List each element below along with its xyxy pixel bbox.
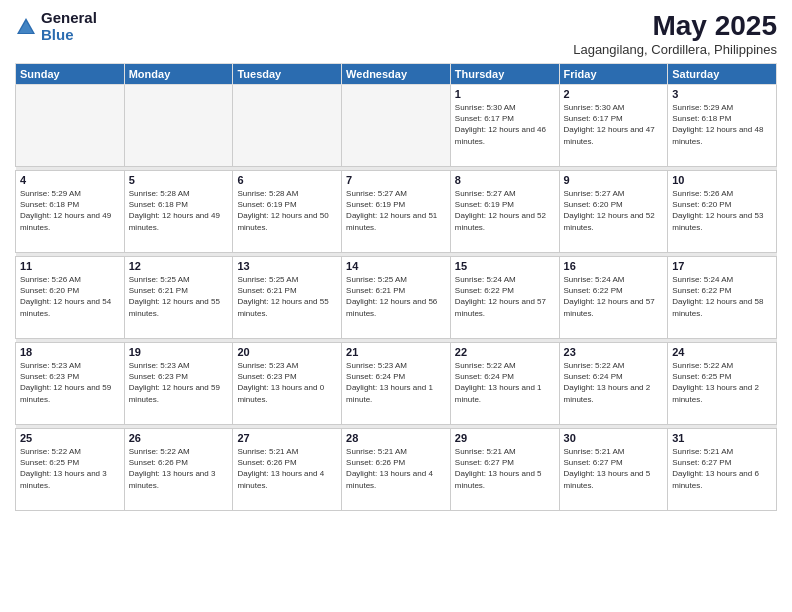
day-cell-4-5: 22Sunrise: 5:22 AMSunset: 6:24 PMDayligh… <box>450 343 559 425</box>
col-saturday: Saturday <box>668 64 777 85</box>
day-info: Sunrise: 5:22 AMSunset: 6:24 PMDaylight:… <box>455 360 555 405</box>
day-number: 22 <box>455 346 555 358</box>
day-number: 28 <box>346 432 446 444</box>
day-number: 14 <box>346 260 446 272</box>
day-number: 15 <box>455 260 555 272</box>
day-number: 26 <box>129 432 229 444</box>
day-info: Sunrise: 5:22 AMSunset: 6:25 PMDaylight:… <box>672 360 772 405</box>
day-cell-2-6: 9Sunrise: 5:27 AMSunset: 6:20 PMDaylight… <box>559 171 668 253</box>
day-info: Sunrise: 5:27 AMSunset: 6:19 PMDaylight:… <box>455 188 555 233</box>
day-info: Sunrise: 5:27 AMSunset: 6:20 PMDaylight:… <box>564 188 664 233</box>
day-cell-5-1: 25Sunrise: 5:22 AMSunset: 6:25 PMDayligh… <box>16 429 125 511</box>
day-info: Sunrise: 5:22 AMSunset: 6:25 PMDaylight:… <box>20 446 120 491</box>
day-cell-2-7: 10Sunrise: 5:26 AMSunset: 6:20 PMDayligh… <box>668 171 777 253</box>
day-info: Sunrise: 5:21 AMSunset: 6:27 PMDaylight:… <box>672 446 772 491</box>
day-cell-5-3: 27Sunrise: 5:21 AMSunset: 6:26 PMDayligh… <box>233 429 342 511</box>
day-number: 5 <box>129 174 229 186</box>
day-info: Sunrise: 5:25 AMSunset: 6:21 PMDaylight:… <box>346 274 446 319</box>
day-info: Sunrise: 5:28 AMSunset: 6:18 PMDaylight:… <box>129 188 229 233</box>
day-number: 2 <box>564 88 664 100</box>
calendar-header-row: Sunday Monday Tuesday Wednesday Thursday… <box>16 64 777 85</box>
day-number: 18 <box>20 346 120 358</box>
day-info: Sunrise: 5:21 AMSunset: 6:26 PMDaylight:… <box>237 446 337 491</box>
day-number: 13 <box>237 260 337 272</box>
day-info: Sunrise: 5:23 AMSunset: 6:23 PMDaylight:… <box>129 360 229 405</box>
page: General Blue May 2025 Lagangilang, Cordi… <box>0 0 792 612</box>
day-number: 25 <box>20 432 120 444</box>
title-block: May 2025 Lagangilang, Cordillera, Philip… <box>573 10 777 57</box>
day-cell-5-5: 29Sunrise: 5:21 AMSunset: 6:27 PMDayligh… <box>450 429 559 511</box>
logo-icon <box>15 16 37 38</box>
day-cell-2-4: 7Sunrise: 5:27 AMSunset: 6:19 PMDaylight… <box>342 171 451 253</box>
col-tuesday: Tuesday <box>233 64 342 85</box>
day-number: 19 <box>129 346 229 358</box>
day-info: Sunrise: 5:29 AMSunset: 6:18 PMDaylight:… <box>672 102 772 147</box>
day-cell-4-7: 24Sunrise: 5:22 AMSunset: 6:25 PMDayligh… <box>668 343 777 425</box>
week-row-2: 4Sunrise: 5:29 AMSunset: 6:18 PMDaylight… <box>16 171 777 253</box>
day-info: Sunrise: 5:23 AMSunset: 6:24 PMDaylight:… <box>346 360 446 405</box>
col-wednesday: Wednesday <box>342 64 451 85</box>
day-cell-2-3: 6Sunrise: 5:28 AMSunset: 6:19 PMDaylight… <box>233 171 342 253</box>
day-cell-4-6: 23Sunrise: 5:22 AMSunset: 6:24 PMDayligh… <box>559 343 668 425</box>
day-cell-2-2: 5Sunrise: 5:28 AMSunset: 6:18 PMDaylight… <box>124 171 233 253</box>
day-number: 8 <box>455 174 555 186</box>
week-row-1: 1Sunrise: 5:30 AMSunset: 6:17 PMDaylight… <box>16 85 777 167</box>
day-cell-3-6: 16Sunrise: 5:24 AMSunset: 6:22 PMDayligh… <box>559 257 668 339</box>
col-sunday: Sunday <box>16 64 125 85</box>
day-info: Sunrise: 5:24 AMSunset: 6:22 PMDaylight:… <box>564 274 664 319</box>
col-friday: Friday <box>559 64 668 85</box>
day-cell-2-5: 8Sunrise: 5:27 AMSunset: 6:19 PMDaylight… <box>450 171 559 253</box>
day-cell-1-7: 3Sunrise: 5:29 AMSunset: 6:18 PMDaylight… <box>668 85 777 167</box>
day-info: Sunrise: 5:22 AMSunset: 6:24 PMDaylight:… <box>564 360 664 405</box>
day-info: Sunrise: 5:30 AMSunset: 6:17 PMDaylight:… <box>564 102 664 147</box>
day-cell-1-6: 2Sunrise: 5:30 AMSunset: 6:17 PMDaylight… <box>559 85 668 167</box>
day-cell-1-1 <box>16 85 125 167</box>
day-number: 29 <box>455 432 555 444</box>
day-number: 17 <box>672 260 772 272</box>
day-cell-5-6: 30Sunrise: 5:21 AMSunset: 6:27 PMDayligh… <box>559 429 668 511</box>
calendar-table: Sunday Monday Tuesday Wednesday Thursday… <box>15 63 777 511</box>
day-info: Sunrise: 5:26 AMSunset: 6:20 PMDaylight:… <box>672 188 772 233</box>
day-cell-5-7: 31Sunrise: 5:21 AMSunset: 6:27 PMDayligh… <box>668 429 777 511</box>
day-info: Sunrise: 5:23 AMSunset: 6:23 PMDaylight:… <box>20 360 120 405</box>
day-info: Sunrise: 5:30 AMSunset: 6:17 PMDaylight:… <box>455 102 555 147</box>
day-cell-3-2: 12Sunrise: 5:25 AMSunset: 6:21 PMDayligh… <box>124 257 233 339</box>
day-info: Sunrise: 5:21 AMSunset: 6:27 PMDaylight:… <box>455 446 555 491</box>
day-number: 27 <box>237 432 337 444</box>
week-row-3: 11Sunrise: 5:26 AMSunset: 6:20 PMDayligh… <box>16 257 777 339</box>
day-number: 4 <box>20 174 120 186</box>
location: Lagangilang, Cordillera, Philippines <box>573 42 777 57</box>
day-info: Sunrise: 5:22 AMSunset: 6:26 PMDaylight:… <box>129 446 229 491</box>
day-cell-1-5: 1Sunrise: 5:30 AMSunset: 6:17 PMDaylight… <box>450 85 559 167</box>
day-cell-5-2: 26Sunrise: 5:22 AMSunset: 6:26 PMDayligh… <box>124 429 233 511</box>
day-cell-3-5: 15Sunrise: 5:24 AMSunset: 6:22 PMDayligh… <box>450 257 559 339</box>
day-cell-5-4: 28Sunrise: 5:21 AMSunset: 6:26 PMDayligh… <box>342 429 451 511</box>
day-number: 31 <box>672 432 772 444</box>
day-cell-3-3: 13Sunrise: 5:25 AMSunset: 6:21 PMDayligh… <box>233 257 342 339</box>
header: General Blue May 2025 Lagangilang, Cordi… <box>15 10 777 57</box>
day-info: Sunrise: 5:21 AMSunset: 6:26 PMDaylight:… <box>346 446 446 491</box>
day-cell-1-4 <box>342 85 451 167</box>
day-cell-2-1: 4Sunrise: 5:29 AMSunset: 6:18 PMDaylight… <box>16 171 125 253</box>
day-number: 30 <box>564 432 664 444</box>
day-number: 7 <box>346 174 446 186</box>
day-info: Sunrise: 5:26 AMSunset: 6:20 PMDaylight:… <box>20 274 120 319</box>
day-number: 11 <box>20 260 120 272</box>
col-monday: Monday <box>124 64 233 85</box>
day-info: Sunrise: 5:21 AMSunset: 6:27 PMDaylight:… <box>564 446 664 491</box>
day-cell-1-2 <box>124 85 233 167</box>
day-cell-3-1: 11Sunrise: 5:26 AMSunset: 6:20 PMDayligh… <box>16 257 125 339</box>
day-info: Sunrise: 5:24 AMSunset: 6:22 PMDaylight:… <box>672 274 772 319</box>
logo-blue: Blue <box>41 27 97 44</box>
day-cell-3-7: 17Sunrise: 5:24 AMSunset: 6:22 PMDayligh… <box>668 257 777 339</box>
day-cell-3-4: 14Sunrise: 5:25 AMSunset: 6:21 PMDayligh… <box>342 257 451 339</box>
day-number: 23 <box>564 346 664 358</box>
day-number: 21 <box>346 346 446 358</box>
logo-general: General <box>41 10 97 27</box>
day-info: Sunrise: 5:25 AMSunset: 6:21 PMDaylight:… <box>237 274 337 319</box>
month-title: May 2025 <box>573 10 777 42</box>
day-info: Sunrise: 5:23 AMSunset: 6:23 PMDaylight:… <box>237 360 337 405</box>
logo: General Blue <box>15 10 97 43</box>
day-number: 1 <box>455 88 555 100</box>
week-row-4: 18Sunrise: 5:23 AMSunset: 6:23 PMDayligh… <box>16 343 777 425</box>
